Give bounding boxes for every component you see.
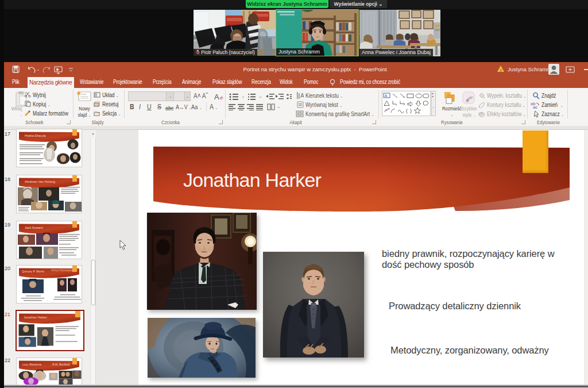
- svg-text:Lucy Westenra: Lucy Westenra: [22, 362, 41, 366]
- svg-text:R.M. Renfield: R.M. Renfield: [52, 362, 70, 366]
- svg-text:A: A: [300, 93, 304, 99]
- svg-text:Arthur Holmwood: Arthur Holmwood: [51, 268, 74, 272]
- svg-text:A: A: [385, 94, 388, 98]
- svg-text:ac: ac: [533, 105, 537, 109]
- svg-text:⌄: ⌄: [241, 94, 245, 99]
- svg-text:Jonathan Harker: Jonathan Harker: [24, 316, 47, 319]
- svg-text:⌄: ⌄: [277, 104, 281, 109]
- svg-text:A: A: [214, 93, 219, 101]
- svg-text:⌄: ⌄: [258, 94, 262, 99]
- svg-text:Abraham Van Helsing: Abraham Van Helsing: [25, 180, 55, 183]
- svg-text:Jack Seward: Jack Seward: [25, 226, 43, 229]
- svg-text:Quincey P. Morris: Quincey P. Morris: [22, 270, 45, 273]
- svg-text:Hrabia Dracula: Hrabia Dracula: [25, 134, 47, 137]
